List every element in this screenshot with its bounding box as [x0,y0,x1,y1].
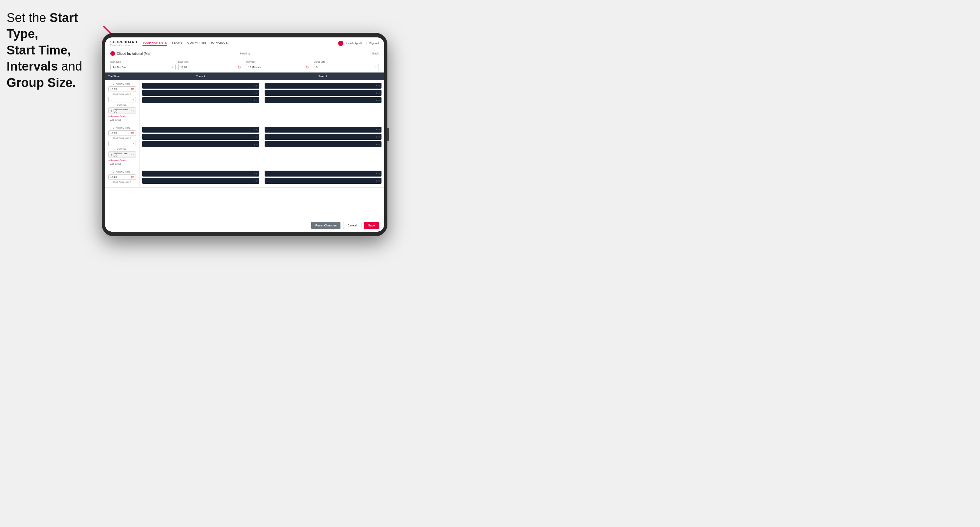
add-group-2[interactable]: + Add Group [108,163,136,165]
course-chevron-1[interactable]: ▾ [133,110,134,112]
group-size-select[interactable]: 3 ▾ [314,64,379,70]
player-clear-1-4[interactable]: × ○ [376,84,380,87]
start-time-value: 10:00 [181,66,187,68]
group-3-left: STARTING TIME: 10:20 ⏰ STARTING HOLE: [105,168,140,187]
user-email: blair@clippd.io [346,42,363,44]
player-row-1-2: × ○ [142,90,259,96]
cancel-button[interactable]: Cancel [343,222,361,229]
group-2-team1: × ○ × ○ × ○ [140,124,262,168]
player-clear-2-4[interactable]: × ○ [376,128,380,131]
instruction-bold2: Intervals [6,59,58,73]
player-row-3-1: × ○ [142,171,259,176]
nav-tournaments[interactable]: TOURNAMENTS [143,41,167,46]
player-clear-2-6[interactable]: × ○ [376,143,380,146]
player-clear-2-1[interactable]: × ○ [254,128,258,131]
starting-time-label-1: STARTING TIME: [108,83,136,85]
group-1-team1: × ○ × ○ × ○ [140,80,262,124]
tablet-device: SCOREBOARD Powered by clipp.d TOURNAMENT… [102,33,387,236]
start-time-select[interactable]: 10:00 ⏰ [178,64,243,70]
instruction-line3: and [58,59,82,73]
nav-rankings[interactable]: RANKINGS [211,41,228,46]
player-clear-1-5[interactable]: × ○ [376,92,380,95]
remove-group-2[interactable]: ○ Remove Group [108,159,136,162]
player-clear-3-4[interactable]: × ○ [376,179,380,183]
player-clear-1-1[interactable]: × ○ [254,84,258,87]
reset-changes-button[interactable]: Reset Changes [311,222,340,229]
player-clear-2-5[interactable]: × ○ [376,135,380,138]
nav-committee[interactable]: COMMITTEE [188,41,207,46]
player-row-1-1: × ○ [142,83,259,89]
player-clear-1-6[interactable]: × ○ [376,99,380,102]
course-remove-1[interactable]: × [130,110,132,112]
player-clear-1-3[interactable]: × ○ [254,99,258,102]
group-size-chevron: ▾ [375,66,377,68]
course-remove-2[interactable]: × [130,154,132,156]
schedule-table: Tee Time Team 1 Team 2 STARTING TIME: 10… [105,73,384,219]
course-label-2: COURSE: [108,148,136,150]
start-type-group: Start Type 1st Tee Start ▾ [110,61,176,70]
header-team1: Team 1 [140,73,262,80]
starting-time-input-2[interactable]: 10:10 ⏰ [108,130,136,136]
player-clear-1-2[interactable]: × ○ [254,92,258,95]
starting-time-input-3[interactable]: 10:20 ⏰ [108,174,136,180]
player-clear-2-3[interactable]: × ○ [254,143,258,146]
player-row-1-6: × ○ [265,97,382,103]
sign-out-link[interactable]: Sign out [369,42,379,44]
player-clear-3-2[interactable]: × ○ [254,179,258,183]
header-tee-time: Tee Time [105,73,140,80]
player-row-1-5: × ○ [265,90,382,96]
player-clear-3-1[interactable]: × ○ [254,172,258,175]
group-row-3: STARTING TIME: 10:20 ⏰ STARTING HOLE: × … [105,168,384,188]
remove-group-1[interactable]: ○ Remove Group [108,115,136,117]
tablet-side-button [387,128,389,141]
instruction-text: Set the Start Type, Start Time, Interval… [6,10,105,91]
table-header: Tee Time Team 1 Team 2 [105,73,384,80]
logo: SCOREBOARD Powered by clipp.d [110,40,137,46]
group-3-team1: × ○ × ○ [140,168,262,187]
start-time-label: Start Time [178,61,243,63]
group-size-value: 3 [316,66,318,68]
instruction-line2: Start Time, [6,43,71,57]
nav-right: blair@clippd.io | Sign out [338,41,379,46]
course-chevron-2[interactable]: ▾ [133,154,134,156]
intervals-select[interactable]: 10 Minutes ⏰ [246,64,311,70]
nav-teams[interactable]: TEAMS [172,41,183,46]
settings-row: Start Type 1st Tee Start ▾ Start Time 10… [105,58,384,73]
start-type-select[interactable]: 1st Tee Start ▾ [110,64,176,70]
clippd-logo [110,51,115,56]
starting-hole-label-2: STARTING HOLE: [108,137,136,140]
group-3-team2: × ○ × ○ [262,168,385,187]
starting-hole-input-2[interactable]: 1 ▾ [108,141,136,146]
course-tag-1: 🏌 (A) Peachtree GC × ▾ [108,107,136,114]
intervals-label: Intervals [246,61,311,63]
starting-hole-label-1: STARTING HOLE: [108,93,136,95]
group-size-label: Group Size [314,61,379,63]
player-clear-2-2[interactable]: × ○ [254,135,258,138]
add-group-1[interactable]: + Add Group [108,119,136,121]
starting-time-input-1[interactable]: 10:00 ⏰ [108,86,136,92]
player-row-1-3: × ○ [142,97,259,103]
player-row-2-3: × ○ [142,141,259,147]
user-avatar [338,41,344,46]
start-time-group: Start Time 10:00 ⏰ [178,61,243,70]
starting-time-label-3: STARTING TIME: [108,171,136,173]
instruction-line1: Set the Start Type, [6,11,78,41]
tablet-screen: SCOREBOARD Powered by clipp.d TOURNAMENT… [105,37,384,232]
starting-hole-input-1[interactable]: 1 ▾ [108,97,136,102]
player-row-2-4: × ○ [265,127,382,133]
save-button[interactable]: Save [364,222,379,229]
start-time-chevron: ⏰ [238,66,241,68]
group-2-team2: × ○ × ○ × ○ [262,124,385,168]
start-type-chevron: ▾ [172,66,173,68]
nav-links: TOURNAMENTS TEAMS COMMITTEE RANKINGS [143,41,338,46]
group-row-2: STARTING TIME: 10:10 ⏰ STARTING HOLE: 1 … [105,124,384,168]
back-button[interactable]: ‹ Back [370,52,379,55]
sub-header: Clippd Invitational (Mar) Hosting ‹ Back [105,49,384,58]
course-tag-2: 🏌 (B) East Lake GC × ▾ [108,151,136,158]
group-1-team2: × ○ × ○ × ○ [262,80,385,124]
intervals-chevron: ⏰ [305,66,309,68]
header-team2: Team 2 [262,73,385,80]
player-clear-3-3[interactable]: × ○ [376,172,380,175]
intervals-value: 10 Minutes [248,66,261,68]
group-size-group: Group Size 3 ▾ [314,61,379,70]
